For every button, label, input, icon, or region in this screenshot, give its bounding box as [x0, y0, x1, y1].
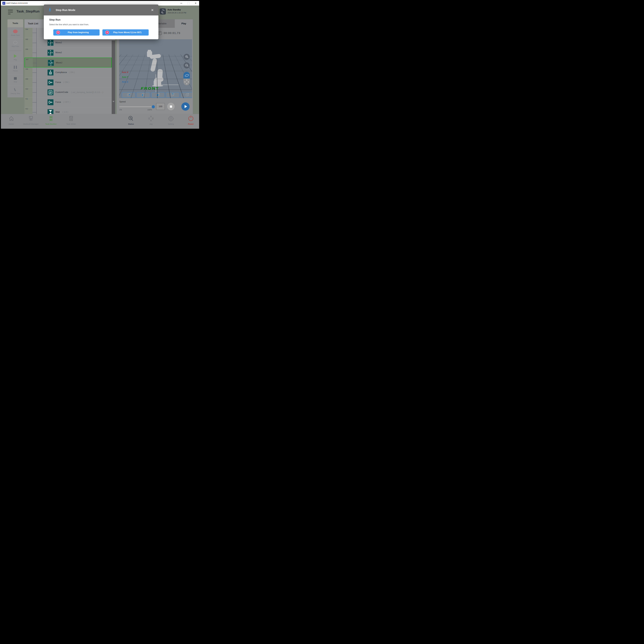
- view-preset-row: [122, 92, 192, 98]
- view-cube-icon: [170, 93, 175, 97]
- svg-text:J: J: [50, 61, 52, 64]
- minimize-button[interactable]: [178, 1, 184, 6]
- skip-point-tool[interactable]: Skip Point: [7, 38, 23, 50]
- close-icon: ×: [195, 2, 197, 5]
- nav-setting[interactable]: Setting: [161, 115, 181, 125]
- speed-max-label: 100%: [147, 109, 152, 111]
- nav-power[interactable]: Power: [181, 115, 200, 125]
- front-orientation-label: FRONT: [140, 87, 159, 91]
- dialog-subtitle: Select the line which you want to start …: [49, 23, 89, 26]
- nav-task-writer[interactable]: Task Writer: [61, 115, 81, 125]
- tutorial-badge-5: 5: [56, 31, 60, 34]
- task-list-row[interactable]: 010 CustomCode ( set_damping_factor([1.0…: [24, 87, 112, 97]
- task-list-row[interactable]: 008 Compliance ( ON ): [24, 67, 112, 77]
- scroll-down-icon: [112, 101, 115, 102]
- view-control-pill[interactable]: [183, 72, 190, 85]
- axis-z-label: Axis Z: [122, 81, 128, 83]
- task-list-row[interactable]: 011 Force ( OFF ): [24, 97, 112, 107]
- tutorial-badge-4: 4: [105, 31, 109, 34]
- movej-icon: J: [48, 60, 54, 66]
- svg-text:J: J: [50, 51, 51, 54]
- nav-home[interactable]: Home: [2, 115, 21, 125]
- clock-icon: [158, 31, 162, 35]
- tab-play[interactable]: Play: [175, 19, 193, 28]
- tools-panel-header: Tools: [7, 19, 23, 27]
- y-axis-line: [156, 85, 179, 85]
- status-icon: [128, 115, 134, 122]
- task-list-row[interactable]: 009 Force ( ON ): [24, 77, 112, 87]
- speed-value-box[interactable]: 100: [156, 103, 165, 110]
- stop-icon: [170, 105, 172, 108]
- minimize-icon: [180, 3, 182, 3]
- robot-3d-viewport[interactable]: Axis X Axis Y Axis Z FRONT: [119, 39, 192, 98]
- speed-min-label: 1%: [119, 109, 122, 111]
- task-list-row[interactable]: 006 J MoveJ: [24, 48, 112, 58]
- zoom-in-icon: [185, 55, 188, 58]
- task-list-row[interactable]: 012 Wait ( 1.0 ): [24, 107, 112, 114]
- zoom-out-button[interactable]: [184, 62, 190, 68]
- breakpoint-icon: [13, 30, 18, 33]
- sim-stop-button[interactable]: [167, 103, 175, 110]
- view-preset-front-button[interactable]: [151, 92, 165, 98]
- view-preset-iso-button[interactable]: [180, 92, 192, 98]
- compliance-icon: [48, 70, 53, 75]
- break-point-tool[interactable]: Break Point: [7, 27, 23, 38]
- movej-icon: J: [48, 50, 53, 56]
- skip-point-icon: [13, 41, 17, 44]
- play-from-beginning-button[interactable]: 5 Play from beginning: [53, 29, 100, 36]
- play-icon: [185, 105, 187, 108]
- view-preset-top-button[interactable]: [166, 92, 179, 98]
- dialog-header: Step Run Mode ×: [44, 5, 158, 15]
- stop-tool[interactable]: Stop: [7, 74, 23, 85]
- nav-status[interactable]: Status: [121, 115, 141, 125]
- view-preset-left-button[interactable]: [136, 92, 150, 98]
- step-by-step-icon: [13, 88, 17, 91]
- pan-button[interactable]: [183, 79, 190, 85]
- task-list-scrollbar[interactable]: [112, 28, 115, 114]
- wait-icon: [48, 109, 53, 114]
- view-cube-icon: [156, 93, 160, 97]
- workcell-manager-icon: [28, 115, 34, 122]
- zoom-out-icon: [185, 64, 188, 67]
- maximize-button[interactable]: [186, 1, 191, 6]
- dialog-heading: Step Run: [49, 18, 61, 21]
- view-preset-right-button[interactable]: [122, 92, 135, 98]
- nav-workcell-manager[interactable]: Workcell Manager: [21, 115, 41, 125]
- nav-task-builder[interactable]: Task Builder: [41, 115, 61, 125]
- play-timer: 00:00:01.73: [158, 31, 180, 35]
- jog-dpad-icon: [148, 115, 154, 122]
- scrollbar-thumb[interactable]: [112, 40, 115, 114]
- maximize-icon: [188, 2, 189, 5]
- speed-slider[interactable]: [119, 106, 154, 107]
- orbit-rotate-button[interactable]: [183, 72, 190, 79]
- pause-icon: [14, 66, 17, 69]
- close-window-button[interactable]: ×: [193, 1, 198, 6]
- stop-icon: [14, 77, 17, 80]
- tools-divider: [7, 50, 23, 52]
- setting-gear-icon: [168, 115, 174, 122]
- dialog-close-button[interactable]: ×: [149, 5, 156, 15]
- sim-play-button[interactable]: [181, 102, 190, 111]
- tools-panel: Tools Break Point Skip Point Play Pause: [7, 19, 23, 97]
- zoom-in-button[interactable]: [184, 54, 190, 60]
- dialog-body: Step Run Select the line which you want …: [44, 15, 158, 39]
- datetime-label: 2024.04.25 1:16:15 PM: [167, 12, 186, 14]
- play-icon: [14, 54, 17, 58]
- nav-jog[interactable]: Jog: [141, 115, 161, 125]
- speed-slider-knob[interactable]: [152, 105, 155, 108]
- task-list-row-selected[interactable]: 007 J MoveJ: [24, 58, 112, 67]
- robot-status-icon[interactable]: [160, 8, 166, 15]
- play-from-movej-line-007-button[interactable]: 4 Play from MoveJ (Line 007): [102, 29, 149, 36]
- force-icon: [48, 99, 53, 105]
- play-tool[interactable]: Play: [7, 52, 23, 63]
- menu-hamburger-button[interactable]: [8, 9, 13, 15]
- pause-tool[interactable]: Pause: [7, 63, 23, 74]
- view-cube-icon: [141, 93, 145, 97]
- step-run-download-icon: [48, 8, 52, 12]
- grid-floor: [119, 39, 192, 54]
- task-builder-icon: [48, 115, 54, 122]
- axis-y-label: Axis Y: [122, 76, 128, 78]
- step-by-step-tool[interactable]: Step by Step: [7, 85, 23, 97]
- movej-icon: J: [48, 40, 53, 46]
- task-tree-line: [36, 28, 37, 114]
